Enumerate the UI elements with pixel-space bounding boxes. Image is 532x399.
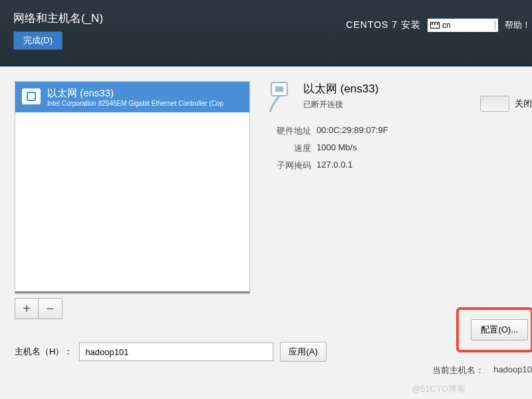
add-remove-row: + −	[15, 298, 250, 319]
current-hostname-label: 当前主机名：	[432, 364, 484, 376]
ethernet-large-icon	[267, 81, 295, 113]
scrollbar[interactable]	[15, 291, 249, 293]
add-button[interactable]: +	[15, 298, 39, 319]
header-bar: 网络和主机名(_N) 完成(D) CENTOS 7 安装 cn 帮助！	[0, 0, 532, 66]
keyboard-icon	[430, 22, 440, 29]
toggle-track[interactable]	[480, 96, 509, 112]
kv-row: 子网掩码127.0.0.1	[267, 160, 532, 172]
configure-button[interactable]: 配置(O)...	[471, 319, 528, 340]
highlight-box: 配置(O)...	[456, 307, 532, 352]
remove-button[interactable]: −	[39, 298, 63, 319]
header-right: CENTOS 7 安装 cn 帮助！	[346, 19, 532, 32]
detail-status: 已断开连接	[303, 99, 378, 110]
kv-row: 硬件地址00:0C:29:89:07:9F	[267, 125, 532, 137]
hostname-label: 主机名（H）：	[15, 346, 72, 358]
detail-title: 以太网 (ens33)	[303, 81, 378, 96]
detail-panel: 以太网 (ens33) 已断开连接 硬件地址00:0C:29:89:07:9F …	[250, 81, 532, 379]
hostname-input[interactable]	[79, 342, 273, 361]
main-area: 以太网 (ens33) Intel Corporation 82545EM Gi…	[0, 66, 532, 379]
current-hostname-value: hadoop10	[493, 364, 532, 376]
hostname-row: 主机名（H）： 应用(A)	[15, 342, 327, 362]
help-link[interactable]: 帮助！	[505, 19, 532, 31]
nic-subtitle: Intel Corporation 82545EM Gigabit Ethern…	[47, 100, 223, 107]
detail-kv: 硬件地址00:0C:29:89:07:9F 速度1000 Mb/s 子网掩码12…	[267, 125, 532, 172]
svg-rect-1	[275, 86, 283, 92]
kv-row: 速度1000 Mb/s	[267, 142, 532, 154]
done-button[interactable]: 完成(D)	[13, 31, 63, 50]
distro-label: CENTOS 7 安装	[346, 19, 421, 31]
nic-name: 以太网 (ens33)	[47, 87, 223, 100]
nic-list[interactable]: 以太网 (ens33) Intel Corporation 82545EM Gi…	[15, 81, 250, 294]
keyboard-indicator[interactable]: cn	[428, 19, 498, 32]
apply-button[interactable]: 应用(A)	[280, 342, 326, 362]
keyboard-layout: cn	[442, 21, 451, 30]
connection-toggle[interactable]: 关闭	[480, 96, 532, 112]
nic-row-selected[interactable]: 以太网 (ens33) Intel Corporation 82545EM Gi…	[15, 82, 249, 112]
toggle-label: 关闭	[515, 98, 532, 110]
watermark: @51CTO博客	[412, 383, 466, 395]
current-hostname: 当前主机名： hadoop10	[432, 364, 532, 376]
ethernet-icon	[22, 88, 41, 104]
nic-panel: 以太网 (ens33) Intel Corporation 82545EM Gi…	[15, 81, 250, 379]
